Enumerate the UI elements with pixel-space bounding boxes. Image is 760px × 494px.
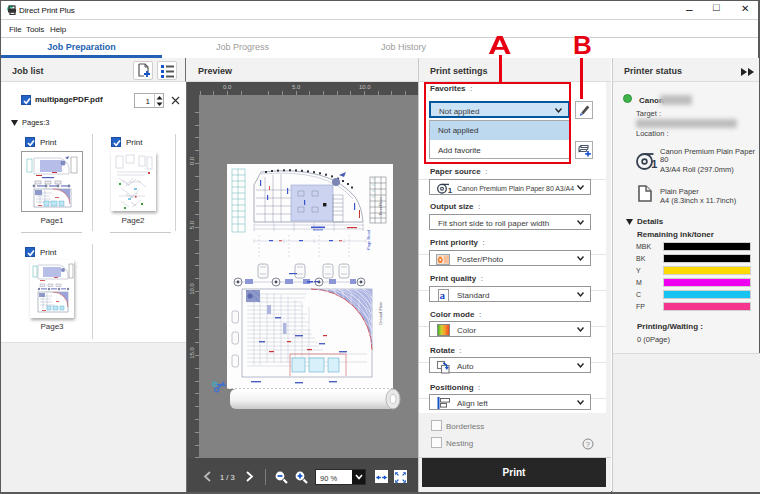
svg-text:1: 1 [651, 158, 657, 170]
svg-text:1: 1 [448, 185, 453, 194]
svg-text:Ground Floor: Ground Floor [378, 301, 383, 325]
svg-text:First Floor: First Floor [378, 196, 383, 215]
svg-text:Page Road: Page Road [366, 230, 371, 250]
svg-text:a: a [440, 289, 446, 301]
svg-text:?: ? [586, 440, 590, 449]
